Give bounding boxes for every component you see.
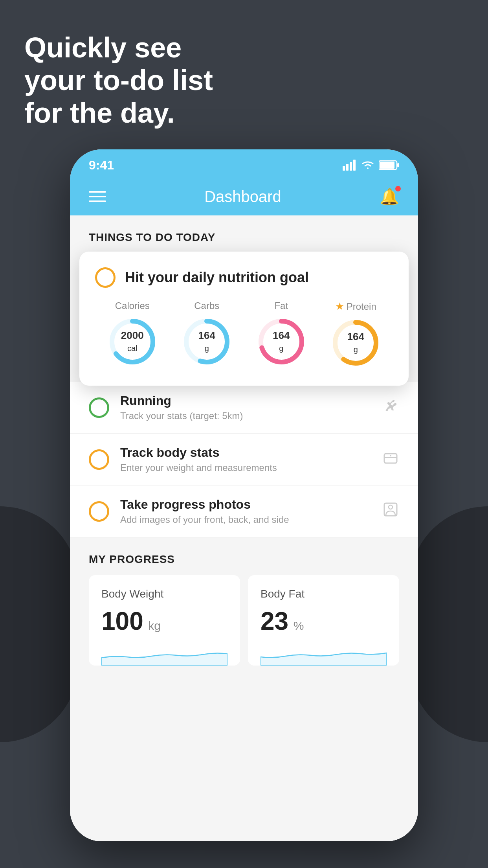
wifi-icon [361, 160, 375, 171]
weight-value-row: 100 kg [101, 607, 227, 636]
weight-card-title: Body Weight [101, 588, 227, 600]
nutrition-metrics: Calories 2000cal Carbs [95, 300, 393, 368]
status-time: 9:41 [89, 158, 114, 173]
person-icon [382, 501, 399, 522]
svg-rect-2 [350, 162, 352, 171]
weight-value: 100 [101, 607, 143, 635]
svg-point-19 [389, 505, 393, 509]
todo-item-photos[interactable]: Take progress photos Add images of your … [70, 485, 418, 537]
headline-line1: Quickly see [24, 31, 213, 64]
fat-unit: % [294, 619, 304, 632]
nutrition-label: Hit your daily nutrition goal [125, 269, 309, 286]
battery-icon [379, 160, 399, 170]
fat-value-row: 23 % [261, 607, 387, 636]
bg-shadow-right [409, 506, 488, 742]
progress-card-fat[interactable]: Body Fat 23 % [248, 575, 399, 666]
nutrition-radio[interactable] [95, 267, 116, 288]
notification-dot [395, 186, 401, 191]
svg-point-17 [390, 455, 391, 456]
nutrition-card[interactable]: Hit your daily nutrition goal Calories 2… [79, 252, 409, 386]
todo-item-running[interactable]: Running Track your stats (target: 5km) [70, 382, 418, 434]
fat-chart [261, 642, 387, 666]
svg-rect-5 [380, 162, 394, 169]
fat-value: 23 [261, 607, 288, 635]
donut-calories: 2000cal [107, 316, 158, 367]
metric-fat: Fat 164g [256, 300, 307, 367]
donut-protein-text: 164g [347, 331, 364, 355]
metric-calories: Calories 2000cal [107, 300, 158, 367]
nutrition-card-title: Hit your daily nutrition goal [95, 267, 393, 288]
todo-title-running: Running [120, 394, 371, 408]
todo-text-photos: Take progress photos Add images of your … [120, 497, 371, 525]
donut-protein: 164g [330, 317, 381, 368]
todo-radio-bodystats[interactable] [89, 449, 109, 470]
svg-rect-1 [346, 164, 349, 171]
hamburger-menu[interactable] [89, 191, 106, 202]
svg-rect-3 [353, 160, 356, 171]
bg-shadow-left [0, 506, 79, 742]
todo-subtitle-running: Track your stats (target: 5km) [120, 410, 371, 421]
svg-rect-6 [397, 163, 399, 167]
metric-calories-label: Calories [115, 300, 150, 311]
todo-radio-photos[interactable] [89, 501, 109, 522]
progress-cards: Body Weight 100 kg Body Fat 23 [89, 575, 399, 666]
todo-subtitle-photos: Add images of your front, back, and side [120, 514, 371, 525]
todo-radio-running[interactable] [89, 397, 109, 418]
nav-title: Dashboard [204, 188, 281, 206]
weight-unit: kg [148, 619, 161, 632]
phone-frame: 9:41 Dashboar [70, 149, 418, 841]
status-icons [343, 160, 399, 171]
status-bar: 9:41 [70, 149, 418, 178]
metric-fat-label: Fat [274, 300, 288, 311]
signal-icon [343, 160, 357, 171]
donut-fat-text: 164g [273, 329, 290, 354]
todo-title-photos: Take progress photos [120, 497, 371, 512]
todo-text-running: Running Track your stats (target: 5km) [120, 394, 371, 421]
donut-fat: 164g [256, 316, 307, 367]
progress-card-weight[interactable]: Body Weight 100 kg [89, 575, 240, 666]
headline-line3: for the day. [24, 97, 213, 129]
bell-icon[interactable]: 🔔 [380, 188, 399, 206]
donut-carbs-text: 164g [198, 329, 215, 354]
donut-carbs: 164g [181, 316, 232, 367]
todo-subtitle-bodystats: Enter your weight and measurements [120, 462, 371, 473]
phone-content: THINGS TO DO TODAY Hit your daily nutrit… [70, 215, 418, 841]
metric-protein-label: ★Protein [335, 300, 376, 313]
headline: Quickly see your to-do list for the day. [24, 31, 213, 129]
scale-icon [382, 449, 399, 470]
fat-card-title: Body Fat [261, 588, 387, 600]
todo-text-bodystats: Track body stats Enter your weight and m… [120, 445, 371, 473]
star-icon: ★ [335, 300, 344, 313]
nav-bar: Dashboard 🔔 [70, 178, 418, 215]
headline-line2: your to-do list [24, 64, 213, 97]
weight-chart [101, 642, 227, 666]
progress-section: MY PROGRESS Body Weight 100 kg [70, 537, 418, 673]
todo-title-bodystats: Track body stats [120, 445, 371, 460]
metric-protein: ★Protein 164g [330, 300, 381, 368]
running-icon [382, 397, 399, 418]
todo-list: Running Track your stats (target: 5km) T… [70, 382, 418, 537]
progress-title: MY PROGRESS [89, 553, 399, 566]
svg-rect-0 [343, 166, 345, 171]
donut-calories-text: 2000cal [121, 329, 144, 354]
section-header: THINGS TO DO TODAY [70, 215, 418, 252]
metric-carbs: Carbs 164g [181, 300, 232, 367]
todo-item-bodystats[interactable]: Track body stats Enter your weight and m… [70, 434, 418, 485]
metric-carbs-label: Carbs [194, 300, 219, 311]
